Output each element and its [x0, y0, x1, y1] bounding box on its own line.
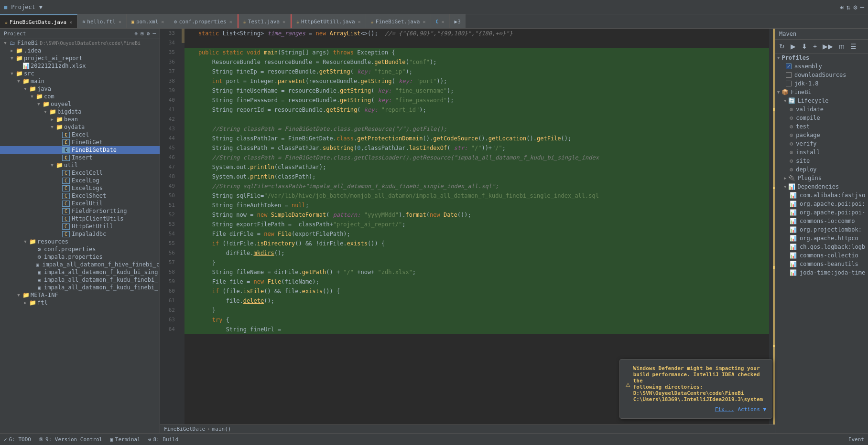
maven-dep-poi2[interactable]: 📊 org.apache.poi:poi-: [775, 208, 868, 217]
profile-checkbox-jdk[interactable]: [786, 81, 792, 86]
maven-lifecycle-compile[interactable]: ⚙ compile: [775, 114, 868, 122]
settings-icon[interactable]: ⚙: [853, 3, 857, 11]
tree-item-xlsx[interactable]: 📊 20221211zdh.xlsx: [0, 62, 160, 70]
maven-profile-assembly[interactable]: ✓ assembly: [775, 62, 868, 71]
tab-hello[interactable]: ≋ hello.ftl ✕: [77, 14, 127, 29]
tree-item-bean[interactable]: ▶ 📁 bean: [0, 116, 160, 123]
sidebar-icon-2[interactable]: ⊞: [141, 31, 144, 37]
tree-item-oydata[interactable]: ▼ 📁 oydata: [0, 123, 160, 131]
maven-dep-commons-io[interactable]: 📊 commons-io:commo: [775, 217, 868, 225]
maven-add-btn[interactable]: +: [811, 42, 819, 51]
tree-item-metainf[interactable]: ▼ 📁 META-INF: [0, 291, 160, 299]
tree-item-project-ai-report[interactable]: ▼ 📁 project_ai_report: [0, 54, 160, 62]
status-terminal[interactable]: ▣ Terminal: [110, 436, 141, 443]
tree-item-httpGetUtill[interactable]: C HttpGetUtill: [0, 222, 160, 230]
maven-refresh-btn[interactable]: ↻: [777, 42, 787, 51]
tree-item-sql1[interactable]: ▣ impala_all_datamon_f_hive_finebi_c: [0, 261, 160, 268]
sidebar-icon-3[interactable]: ⚙: [147, 31, 150, 37]
tree-item-finebi[interactable]: ▼ 🗂 FineBi D:\SVN\OuyeelDataCentre\code\…: [0, 39, 160, 47]
tab-more[interactable]: ▶3: [450, 14, 466, 29]
tree-item-conf-props[interactable]: ⚙ conf.properties: [0, 245, 160, 253]
notification-actions-btn[interactable]: Actions ▼: [738, 406, 766, 413]
tab-close-c[interactable]: ✕: [442, 19, 445, 24]
tree-item-excel[interactable]: C Excel: [0, 131, 160, 138]
status-build[interactable]: ⚒ 8: Build: [148, 436, 179, 443]
maven-profile-downloadSources[interactable]: downloadSources: [775, 71, 868, 79]
maven-settings-btn[interactable]: ☰: [848, 42, 858, 51]
tree-item-sql3[interactable]: ▣ impala_all_datamon_f_kudu_finebi_: [0, 276, 160, 284]
tab-conf[interactable]: ⚙ conf.properties ✕: [169, 14, 237, 29]
maven-dep-poi[interactable]: 📊 org.apache.poi:poi:: [775, 200, 868, 208]
tree-item-fineBiGetDate[interactable]: C FineBiGetDate: [0, 146, 160, 154]
maven-goals-btn[interactable]: m: [837, 42, 846, 51]
tab-close-hello[interactable]: ✕: [119, 19, 121, 24]
maven-profiles-section[interactable]: ▼ Profiles: [775, 53, 868, 62]
tree-item-com[interactable]: ▼ 📁 com: [0, 93, 160, 100]
sidebar-icon-1[interactable]: ⊕: [135, 31, 138, 37]
maven-download-btn[interactable]: ⬇: [800, 42, 809, 51]
tree-item-java[interactable]: ▼ 📁 java: [0, 85, 160, 93]
maven-lifecycle-package[interactable]: ⚙ package: [775, 131, 868, 139]
tree-item-sql2[interactable]: ▣ impala_all_datamon_f_kudu_bi_sing: [0, 268, 160, 276]
maven-lifecycle-deploy[interactable]: ⚙ deploy: [775, 165, 868, 174]
profile-checkbox-downloadSources[interactable]: [786, 72, 792, 78]
tree-item-main[interactable]: ▼ 📁 main: [0, 77, 160, 85]
tab-close-fineBiGet[interactable]: ✕: [423, 19, 425, 24]
maven-run-btn[interactable]: ▶: [789, 42, 798, 51]
tab-fineBiGetDate[interactable]: ☕ FineBiGetDate.java ✕: [0, 14, 77, 29]
breadcrumb-file[interactable]: FineBiGetDate: [164, 426, 205, 432]
tab-close-pom[interactable]: ✕: [161, 19, 164, 24]
tab-close-test1[interactable]: ✕: [282, 19, 285, 24]
maven-plugins-section[interactable]: ▶ 🔌 Plugins: [775, 174, 868, 182]
maven-lifecycle-section[interactable]: ▼ 🔄 Lifecycle: [775, 96, 868, 105]
tree-item-excelLog[interactable]: C ExcelLog: [0, 177, 160, 184]
tree-item-fieldForSortting[interactable]: C FieldForSortting: [0, 207, 160, 215]
tree-item-excelUtil[interactable]: C ExcelUtil: [0, 200, 160, 207]
tree-item-resources[interactable]: ▼ 📁 resources: [0, 238, 160, 245]
tree-item-idea[interactable]: ▶ 📁 .idea: [0, 47, 160, 54]
tab-test1[interactable]: ☕ Test1.java ✕: [238, 14, 291, 29]
tree-item-bigdata[interactable]: ▼ 📁 bigdata: [0, 108, 160, 116]
maven-dep-joda[interactable]: 📊 joda-time:joda-time: [775, 268, 868, 277]
tree-item-impalaJdbc[interactable]: C ImpalaJdbc: [0, 230, 160, 238]
tab-fineBiGet[interactable]: ☕ FineBiGet.java ✕: [366, 14, 431, 29]
tree-item-ftl[interactable]: ▶ 📁 ftl: [0, 299, 160, 307]
maven-dep-http[interactable]: 📊 org.apache.httpco: [775, 234, 868, 243]
tree-item-excelSheet[interactable]: C ExcelSheet: [0, 192, 160, 200]
tree-item-httpClientUtils[interactable]: C HttpClientUtils: [0, 215, 160, 222]
maven-profile-jdk[interactable]: jdk-1.8: [775, 79, 868, 88]
maven-lifecycle-site[interactable]: ⚙ site: [775, 157, 868, 165]
profile-checkbox-assembly[interactable]: ✓: [786, 64, 792, 69]
maven-dep-fastjson[interactable]: 📊 com.alibaba:fastjso: [775, 191, 868, 200]
sidebar-icon-4[interactable]: ─: [152, 31, 156, 37]
minimize-icon[interactable]: ─: [860, 3, 864, 11]
tree-item-sql4[interactable]: ▣ impala_all_datamon_f_kudu_finebi_: [0, 284, 160, 291]
tab-close-httpGetUtil[interactable]: ✕: [358, 19, 361, 24]
tab-c[interactable]: C ✕: [431, 14, 450, 29]
maven-dep-collections[interactable]: 📊 commons-collectio: [775, 251, 868, 260]
maven-dep-logback[interactable]: 📊 ch.qos.logback:logb: [775, 243, 868, 251]
maven-lifecycle-validate[interactable]: ⚙ validate: [775, 105, 868, 114]
status-version-control[interactable]: ⑨ 9: Version Control: [39, 436, 102, 443]
tree-item-excelCell[interactable]: C ExcelCell: [0, 169, 160, 177]
maven-lifecycle-install[interactable]: ⚙ install: [775, 148, 868, 157]
tree-item-src[interactable]: ▼ 📁 src: [0, 70, 160, 77]
tree-item-util[interactable]: ▼ 📁 util: [0, 161, 160, 169]
tree-item-insert[interactable]: C Insert: [0, 154, 160, 161]
layout-icon[interactable]: ⊞: [839, 3, 843, 11]
status-todo[interactable]: ✓ 6: TODO: [4, 436, 31, 443]
tab-close-fineBiGetDate[interactable]: ✕: [69, 20, 72, 25]
tree-item-fineBiGet[interactable]: C FineBiGet: [0, 138, 160, 146]
notification-fix-link[interactable]: Fix...: [715, 406, 734, 413]
maven-lifecycle-verify[interactable]: ⚙ verify: [775, 139, 868, 148]
maven-skip-btn[interactable]: ▶▶: [821, 42, 835, 51]
maven-dep-beanutils[interactable]: 📊 commons-beanutils: [775, 260, 868, 268]
tree-item-excelLogs[interactable]: C ExcelLogs: [0, 184, 160, 192]
maven-dependencies-section[interactable]: ▼ 📊 Dependencies: [775, 182, 868, 191]
tree-item-impala-props[interactable]: ⚙ impala.properties: [0, 253, 160, 261]
maven-finebi-section[interactable]: ▼ 📦 FineBi: [775, 88, 868, 96]
maven-lifecycle-test[interactable]: ⚙ test: [775, 122, 868, 131]
maven-dep-lombok[interactable]: 📊 org.projectlombok:: [775, 225, 868, 234]
tab-httpGetUtil[interactable]: ☕ HttpGetUtill.java ✕: [291, 14, 366, 29]
tab-close-conf[interactable]: ✕: [229, 19, 232, 24]
